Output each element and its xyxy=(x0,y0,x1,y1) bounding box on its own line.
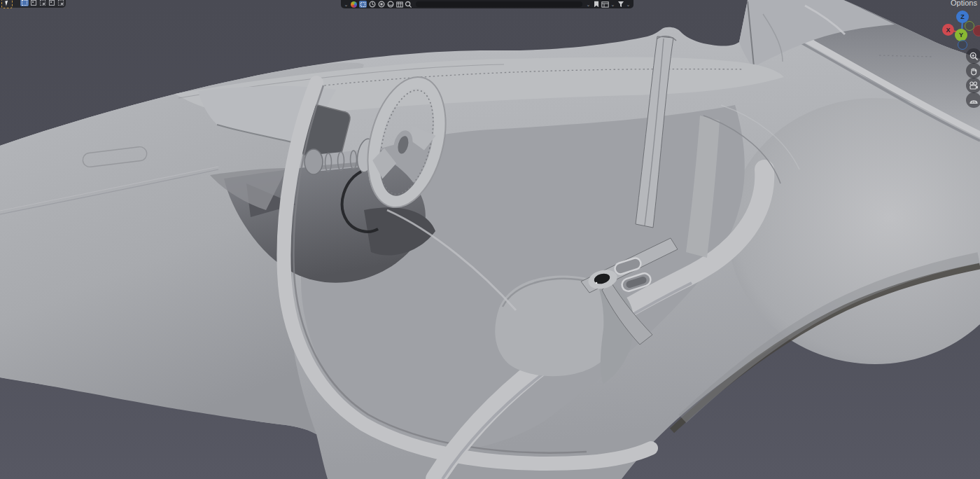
proportional-edit-icon[interactable] xyxy=(368,1,376,8)
select-mode-group xyxy=(20,0,65,6)
zoom-icon xyxy=(969,52,979,61)
chevron-down-icon[interactable]: ⌄ xyxy=(586,2,591,7)
navigation-gizmo[interactable]: Z X Y xyxy=(938,8,980,52)
camera-view-icon xyxy=(969,81,979,90)
active-mode-icon[interactable] xyxy=(359,1,367,8)
axis-x-negative[interactable] xyxy=(973,25,980,36)
search-icon xyxy=(405,1,412,8)
select-extend-button[interactable] xyxy=(29,0,38,6)
options-label: Options xyxy=(951,0,977,7)
editor-header-bar: ⌄ ⌄ ⌄ ⌄ xyxy=(341,0,634,8)
pan-button[interactable] xyxy=(966,63,980,78)
active-tool-button[interactable] xyxy=(1,0,13,8)
film-grid-icon[interactable] xyxy=(396,1,403,8)
axis-z-label: Z xyxy=(960,13,965,20)
chevron-down-icon[interactable]: ⌄ xyxy=(610,2,615,7)
chevron-down-icon[interactable]: ⌄ xyxy=(626,2,631,7)
tool-settings-bar xyxy=(0,0,66,8)
pan-hand-icon xyxy=(969,67,979,76)
blender-window: ⌄ ⌄ ⌄ ⌄ Opt xyxy=(0,0,980,479)
snap-icon[interactable] xyxy=(377,1,385,8)
select-extend-icon xyxy=(31,0,36,6)
list-display-icon[interactable] xyxy=(601,1,609,8)
select-intersect-button[interactable] xyxy=(57,0,65,6)
select-subtract-button[interactable] xyxy=(38,0,47,6)
clay-render xyxy=(0,0,980,479)
camera-view-button[interactable] xyxy=(966,78,980,93)
cursor-select-icon xyxy=(5,0,10,6)
axis-x-label: X xyxy=(946,27,950,34)
options-dropdown[interactable]: Options ⌄ xyxy=(951,0,980,7)
select-subtract-icon xyxy=(40,0,46,6)
chevron-down-icon[interactable]: ⌄ xyxy=(344,2,349,7)
filter-funnel-icon[interactable] xyxy=(617,1,624,8)
shading-sphere-icon[interactable] xyxy=(386,1,394,8)
search-input[interactable] xyxy=(416,1,582,7)
axis-z-negative[interactable] xyxy=(958,40,967,50)
viewport-3d[interactable] xyxy=(0,0,980,479)
select-set-button[interactable] xyxy=(20,0,29,6)
orthographic-grid-icon xyxy=(969,96,979,104)
select-set-icon xyxy=(22,0,27,6)
select-invert-icon xyxy=(49,0,55,6)
orthographic-toggle-button[interactable] xyxy=(966,92,980,108)
car-body[interactable] xyxy=(0,0,980,479)
select-intersect-icon xyxy=(58,0,64,6)
select-invert-button[interactable] xyxy=(48,0,56,6)
axis-y-label: Y xyxy=(959,32,963,39)
zoom-button[interactable] xyxy=(966,48,980,64)
material-sphere-icon[interactable] xyxy=(350,1,358,8)
axis-x-positive[interactable]: X xyxy=(942,24,954,36)
bookmark-icon[interactable] xyxy=(592,1,600,8)
